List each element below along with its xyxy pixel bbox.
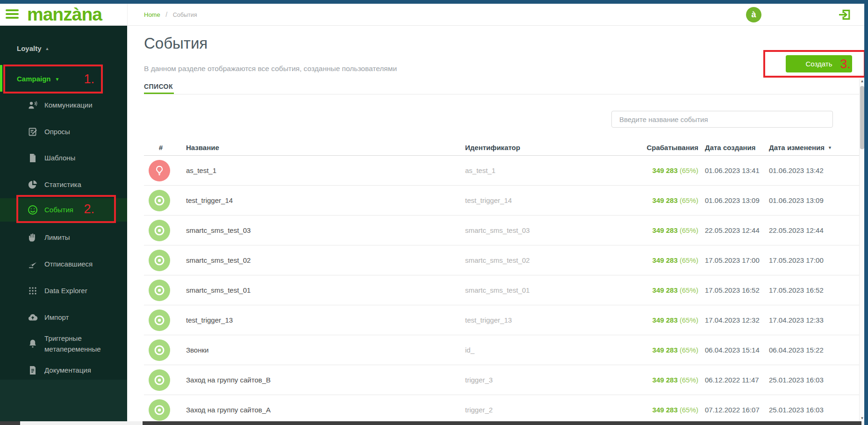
- vertical-scrollbar-thumb[interactable]: [860, 86, 864, 149]
- import-cloud-icon: [27, 312, 38, 323]
- table-row[interactable]: smartc_sms_test_01 smartc_sms_test_01 34…: [144, 275, 861, 305]
- sidebar-item-data-explorer[interactable]: Data Explorer: [0, 281, 127, 300]
- target-icon: [149, 369, 170, 391]
- caret-down-icon: ▼: [55, 77, 60, 82]
- sidebar-item-templates[interactable]: Шаблоны: [0, 149, 127, 167]
- event-modified: 17.04.2023 12:33: [769, 305, 824, 335]
- table-row[interactable]: Заход на группу сайтов_B trigger_3 349 2…: [144, 365, 861, 395]
- event-name: Заход на группу сайтов_A: [186, 395, 271, 425]
- surveys-icon: [27, 126, 38, 137]
- target-icon: [149, 339, 170, 361]
- app-header: manzàna Home / События à: [0, 4, 864, 26]
- data-explorer-grid-icon: [27, 285, 38, 296]
- event-name: test_trigger_14: [186, 186, 233, 215]
- event-identifier: smartc_sms_test_02: [465, 245, 530, 275]
- event-triggers: 349 283 (65%): [579, 305, 698, 335]
- target-icon: [149, 310, 170, 331]
- event-triggers: 349 283 (65%): [579, 216, 698, 245]
- horizontal-scrollbar[interactable]: [0, 421, 868, 425]
- horizontal-scrollbar-thumb[interactable]: [143, 421, 861, 425]
- table-row[interactable]: test_trigger_13 test_trigger_13 349 283 …: [144, 305, 861, 335]
- tab-rule: [144, 94, 861, 94]
- event-created: 17.04.2023 12:32: [705, 305, 760, 335]
- event-created: 06.12.2022 11:47: [705, 365, 759, 395]
- create-button[interactable]: Создать: [786, 55, 852, 72]
- active-section-indicator: [0, 65, 2, 92]
- unsubscribed-icon: [27, 259, 38, 270]
- sidebar-item-limits[interactable]: Лимиты: [0, 228, 127, 247]
- sidebar-footer-area: [0, 380, 127, 425]
- event-identifier: id_: [465, 335, 474, 365]
- event-modified: 25.01.2023 16:03: [769, 395, 824, 425]
- window-frame-right: [864, 0, 868, 425]
- user-avatar[interactable]: à: [746, 7, 761, 22]
- window-frame-top: [0, 0, 868, 4]
- event-triggers: 349 283 (65%): [579, 156, 698, 185]
- sidebar: Loyalty▲ Campaign▼ Коммуникации Опросы Ш…: [0, 26, 127, 425]
- hamburger-menu-icon[interactable]: [6, 9, 19, 20]
- event-identifier: smartc_sms_test_01: [465, 275, 530, 305]
- event-created: 07.12.2022 16:07: [705, 395, 760, 425]
- sidebar-item-import[interactable]: Импорт: [0, 308, 127, 327]
- event-triggers: 349 283 (65%): [579, 275, 698, 305]
- target-icon: [149, 280, 170, 301]
- sidebar-section-campaign[interactable]: Campaign▼: [17, 75, 59, 83]
- column-header-name[interactable]: Название: [186, 140, 219, 155]
- table-row[interactable]: smartc_sms_test_02 smartc_sms_test_02 34…: [144, 245, 861, 275]
- sidebar-section-loyalty[interactable]: Loyalty▲: [17, 44, 49, 52]
- events-smiley-icon: [27, 204, 38, 216]
- event-created: 17.05.2023 17:00: [705, 245, 760, 275]
- logo[interactable]: manzàna: [27, 4, 102, 25]
- breadcrumb: Home / События: [144, 4, 197, 25]
- page-subtitle: В данном разделе отображаются все событи…: [144, 65, 397, 73]
- vertical-scrollbar[interactable]: ▲ ▼: [859, 79, 864, 421]
- event-triggers: 349 283 (65%): [579, 365, 698, 395]
- column-header-identifier[interactable]: Идентификатор: [465, 140, 520, 155]
- breadcrumb-separator: /: [165, 11, 167, 18]
- trigger-bell-icon: [27, 338, 38, 349]
- search-input[interactable]: [611, 111, 833, 128]
- column-header-created[interactable]: Дата создания: [705, 140, 756, 155]
- table-row[interactable]: Звонки id_ 349 283 (65%) 06.04.2023 15:1…: [144, 335, 861, 365]
- event-created: 01.06.2023 13:09: [705, 186, 760, 215]
- column-header-number[interactable]: #: [156, 140, 165, 155]
- logout-icon[interactable]: [838, 8, 851, 22]
- breadcrumb-home-link[interactable]: Home: [144, 11, 160, 18]
- column-header-modified[interactable]: Дата изменения▼: [769, 140, 832, 156]
- event-name: Звонки: [186, 335, 208, 365]
- caret-up-icon: ▲: [45, 46, 50, 51]
- sidebar-item-documentation[interactable]: Документация: [0, 361, 127, 380]
- sidebar-item-trigger-metavariables[interactable]: Триггерные метапеременные: [0, 330, 127, 358]
- table-row[interactable]: as_test_1 as_test_1 349 283 (65%) 01.06.…: [144, 156, 861, 186]
- header-divider: [127, 4, 128, 25]
- event-identifier: trigger_3: [465, 365, 493, 395]
- target-icon: [149, 190, 170, 211]
- sidebar-item-communications[interactable]: Коммуникации: [0, 96, 127, 115]
- templates-icon: [27, 152, 38, 164]
- documentation-icon: [27, 365, 38, 376]
- event-name: smartc_sms_test_01: [186, 275, 251, 305]
- column-header-triggers[interactable]: Срабатывания: [579, 140, 698, 155]
- event-triggers: 349 283 (65%): [579, 335, 698, 365]
- table-header-row: # Название Идентификатор Срабатывания Да…: [144, 140, 861, 155]
- sidebar-item-events[interactable]: События: [0, 198, 127, 222]
- table-row[interactable]: smartc_sms_test_03 smartc_sms_test_03 34…: [144, 216, 861, 245]
- sidebar-item-statistics[interactable]: Статистика: [0, 175, 127, 194]
- table-row[interactable]: Заход на группу сайтов_A trigger_2 349 2…: [144, 395, 861, 425]
- event-created: 22.05.2023 12:44: [705, 216, 760, 245]
- sidebar-item-surveys[interactable]: Опросы: [0, 122, 127, 141]
- communications-icon: [27, 100, 38, 111]
- event-modified: 06.04.2023 15:22: [769, 335, 824, 365]
- event-identifier: smartc_sms_test_03: [465, 216, 530, 245]
- event-identifier: trigger_2: [465, 395, 493, 425]
- horizontal-scrollbar-left-segment: [0, 421, 20, 425]
- event-identifier: as_test_1: [465, 156, 495, 185]
- event-name: smartc_sms_test_03: [186, 216, 251, 245]
- tab-list[interactable]: СПИСОК: [144, 83, 173, 90]
- table-row[interactable]: test_trigger_14 test_trigger_14 349 283 …: [144, 186, 861, 216]
- event-name: smartc_sms_test_02: [186, 245, 251, 275]
- event-triggers: 349 283 (65%): [579, 186, 698, 215]
- event-modified: 01.06.2023 13:09: [769, 186, 824, 215]
- event-modified: 25.01.2023 16:03: [769, 365, 824, 395]
- sidebar-item-unsubscribed[interactable]: Отписавшиеся: [0, 255, 127, 274]
